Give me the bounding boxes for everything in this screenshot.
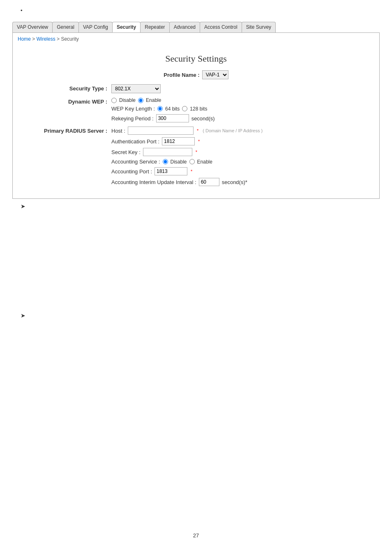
rekeying-period-input[interactable] [156,114,189,122]
tab-repeater[interactable]: Repeater [140,22,169,32]
wep-128-label: 128 bits [190,106,207,112]
tab-vap-overview[interactable]: VAP Overview [12,22,53,32]
dynamic-wep-content: Disable Enable WEP Key Length : 64 bits … [111,97,371,122]
accounting-service-label: Accounting Service : [111,159,160,165]
profile-name-row: Profile Name : VAP-1 [21,70,371,79]
accounting-interval-unit: second(s)* [222,179,247,185]
breadcrumb-home[interactable]: Home [18,36,31,42]
primary-radius-label: Primary RADIUS Server : [21,127,111,134]
wep-64-radio[interactable] [157,106,163,111]
breadcrumb: Home > Wireless > Security [13,33,379,45]
tab-bar: VAP Overview General VAP Config Security… [12,22,380,32]
dynamic-wep-enable-label: Enable [146,97,161,103]
secret-key-label: Secret Key : [111,149,141,155]
accounting-interval-label: Accounting Interim Update Interval : [111,179,196,185]
dynamic-wep-row: Dynamic WEP : Disable Enable WEP Key Len… [21,97,371,122]
accounting-enable-radio[interactable] [189,159,195,164]
dynamic-wep-disable-radio[interactable] [111,98,117,103]
accounting-disable-radio[interactable] [163,159,168,164]
arrow-2: ➤ [0,308,392,319]
profile-name-select[interactable]: VAP-1 [202,70,228,79]
auth-port-input[interactable] [162,137,195,145]
bullet-point: • [0,0,392,18]
page-title: Security Settings [13,45,379,70]
security-type-label: Security Type : [21,84,111,92]
form-section: Profile Name : VAP-1 Security Type : 802… [13,70,379,198]
security-type-content: 802.1X [111,84,371,93]
content-box: Home > Wireless > Security Security Sett… [12,32,380,199]
tab-access-control[interactable]: Access Control [200,22,242,32]
accounting-interval-input[interactable] [199,178,219,186]
arrow-1: ➤ [0,199,392,210]
security-type-select[interactable]: 802.1X [111,84,161,93]
breadcrumb-wireless[interactable]: Wireless [37,36,55,42]
accounting-disable-label: Disable [171,159,187,165]
host-input[interactable] [128,127,194,135]
tab-vap-config[interactable]: VAP Config [78,22,113,32]
primary-radius-row: Primary RADIUS Server : Host : * ( Domai… [21,127,371,186]
rekeying-period-unit: second(s) [191,115,215,122]
security-type-row: Security Type : 802.1X [21,84,371,93]
wep-key-length-label: WEP Key Length : [111,106,155,112]
dynamic-wep-enable-radio[interactable] [138,98,143,103]
secret-key-required: * [196,150,197,154]
accounting-port-required: * [191,169,192,174]
auth-port-label: Authentication Port : [111,138,159,145]
accounting-port-input[interactable] [154,167,187,175]
wep-128-radio[interactable] [182,106,187,111]
tab-general[interactable]: General [52,22,79,32]
tab-security[interactable]: Security [112,22,141,32]
rekeying-period-label: Rekeying Period : [111,115,154,122]
tab-site-survey[interactable]: Site Survey [242,22,276,32]
secret-key-input[interactable] [143,148,192,156]
breadcrumb-security: Security [61,36,78,42]
dynamic-wep-disable-label: Disable [119,97,136,103]
dynamic-wep-label: Dynamic WEP : [21,97,111,105]
tab-advanced[interactable]: Advanced [169,22,200,32]
accounting-enable-label: Enable [197,159,212,165]
profile-name-label: Profile Name : [164,72,199,78]
host-required: * [197,128,198,133]
page-number: 27 [0,524,392,547]
auth-port-required: * [198,139,200,144]
wep-64-label: 64 bits [165,106,180,112]
host-placeholder-text: ( Domain Name / IP Address ) [203,128,263,133]
accounting-port-label: Accounting Port : [111,168,152,175]
host-label: Host : [111,128,125,134]
primary-radius-content: Host : * ( Domain Name / IP Address ) Au… [111,127,371,186]
